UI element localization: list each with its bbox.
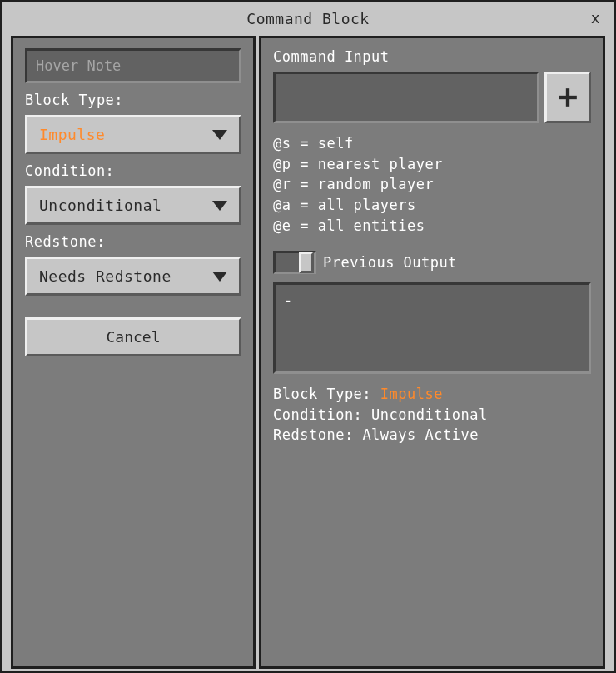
- summary-block-type-label: Block Type:: [273, 386, 371, 402]
- add-command-button[interactable]: [544, 72, 591, 123]
- svg-rect-1: [559, 96, 577, 99]
- block-type-dropdown[interactable]: Impulse: [25, 115, 241, 154]
- close-icon[interactable]: x: [586, 7, 605, 28]
- titlebar: Command Block x: [2, 2, 614, 34]
- hover-note-input[interactable]: [25, 48, 241, 83]
- summary-block-type-value: Impulse: [380, 386, 443, 402]
- redstone-value: Needs Redstone: [39, 267, 171, 285]
- condition-value: Unconditional: [39, 197, 161, 214]
- cancel-button[interactable]: Cancel: [25, 317, 241, 356]
- toggle-knob: [299, 252, 314, 273]
- chevron-down-icon: [212, 201, 227, 211]
- command-input-label: Command Input: [273, 48, 591, 65]
- block-type-label: Block Type:: [25, 92, 241, 108]
- help-line: @a = all players: [273, 195, 591, 216]
- condition-dropdown[interactable]: Unconditional: [25, 186, 241, 225]
- chevron-down-icon: [212, 272, 227, 282]
- summary-block: Block Type: Impulse Condition: Unconditi…: [273, 384, 591, 446]
- summary-redstone-label: Redstone:: [273, 426, 354, 443]
- left-panel: Block Type: Impulse Condition: Unconditi…: [11, 36, 256, 669]
- previous-output-label: Previous Output: [323, 254, 457, 271]
- help-line: @e = all entities: [273, 216, 591, 237]
- selector-help: @s = self @p = nearest player @r = rando…: [273, 133, 591, 236]
- help-line: @p = nearest player: [273, 154, 591, 175]
- help-line: @r = random player: [273, 174, 591, 195]
- summary-condition-label: Condition:: [273, 406, 362, 423]
- help-line: @s = self: [273, 133, 591, 154]
- block-type-value: Impulse: [39, 126, 105, 143]
- previous-output-box: -: [273, 282, 591, 374]
- summary-condition-value: Unconditional: [371, 406, 488, 423]
- previous-output-toggle[interactable]: [273, 251, 316, 274]
- summary-condition: Condition: Unconditional: [273, 405, 591, 426]
- plus-icon: [557, 87, 579, 108]
- redstone-label: Redstone:: [25, 233, 241, 250]
- chevron-down-icon: [212, 130, 227, 140]
- command-input[interactable]: [273, 72, 539, 123]
- command-input-row: [273, 72, 591, 123]
- spacer: [25, 301, 241, 312]
- window-body: Block Type: Impulse Condition: Unconditi…: [2, 34, 614, 671]
- previous-output-row: Previous Output: [273, 251, 591, 274]
- summary-block-type: Block Type: Impulse: [273, 384, 591, 405]
- cancel-label: Cancel: [106, 328, 160, 346]
- condition-label: Condition:: [25, 162, 241, 179]
- redstone-dropdown[interactable]: Needs Redstone: [25, 257, 241, 296]
- previous-output-value: -: [284, 292, 293, 308]
- summary-redstone-value: Always Active: [362, 426, 479, 443]
- right-panel: Command Input @s = self @p = nearest pla…: [259, 36, 605, 669]
- command-block-window: Command Block x Block Type: Impulse Cond…: [0, 0, 616, 673]
- summary-redstone: Redstone: Always Active: [273, 425, 591, 446]
- window-title: Command Block: [246, 10, 369, 27]
